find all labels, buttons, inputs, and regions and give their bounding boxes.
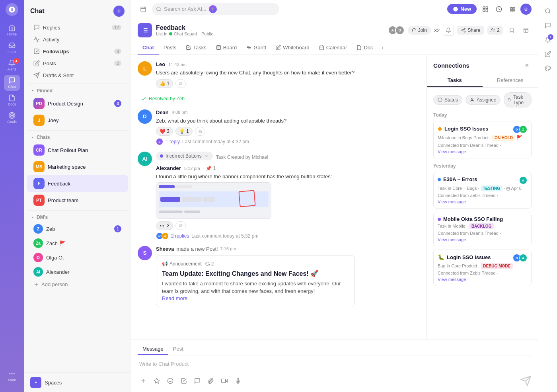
video-tool[interactable] [219,375,230,386]
viewers-button[interactable]: 2 [487,26,503,35]
checkmark-tool[interactable] [178,375,189,386]
sidebar-item-notifications[interactable]: Alerts [4,57,20,73]
reaction-bulb[interactable]: 💡 1 [175,127,193,136]
emoji-tool[interactable] [165,375,176,386]
view-message-1[interactable]: View message [438,149,466,154]
sidebar-item-home[interactable]: Home [4,22,20,38]
connections-close-button[interactable]: ✕ [522,60,532,70]
filter-assignee[interactable]: Assignee [465,95,501,105]
view-message-4[interactable]: View message [438,277,466,282]
send-button[interactable] [520,375,532,386]
leo-avatar: L [138,61,152,76]
input-tab-message[interactable]: Message [138,343,168,355]
chat-subtitle: List in Chat Squad · Public [156,31,384,36]
conn-tab-tasks[interactable]: Tasks [427,74,483,87]
pinned-section-header[interactable]: Pinned [24,86,131,95]
dm-item-alexander[interactable]: Al Alexander [27,265,128,279]
sidebar-item-drafts[interactable]: Drafts & Sent [27,69,128,81]
sidebar-item-chat[interactable]: Chat [4,75,20,91]
grid-button[interactable] [480,4,491,15]
message-text-input[interactable]: Write to Chat Product [138,359,532,373]
svg-point-58 [471,98,473,100]
dm-item-olga[interactable]: O Olga O. [27,250,128,265]
join-button[interactable]: Join [408,26,431,35]
olga-avatar: O [33,253,43,262]
add-reaction-dean[interactable]: ☺ [195,127,205,136]
chat-area: Feedback List in Chat Squad · Public A B [131,18,538,392]
notification-bell[interactable] [443,25,454,36]
dm-item-zach[interactable]: Za Zach 🚩 [27,236,128,250]
filter-tasktype[interactable]: Task Type [504,92,532,107]
add-reaction-alexander[interactable]: ☺ [175,221,186,230]
chat-item-marketing[interactable]: MS Marketing space [27,158,128,175]
view-message-2[interactable]: View message [438,199,466,204]
sidebar-item-activity[interactable]: Activity [27,33,128,45]
search-bar[interactable]: Search or Ask AI... ✦ [152,3,279,15]
mic-tool[interactable] [232,375,243,386]
filter-status[interactable]: Status [433,95,462,105]
dm-item-zeb[interactable]: Z Zeb 1 [27,222,128,236]
right-edit-button[interactable] [541,48,554,60]
input-tab-post[interactable]: Post [168,343,188,355]
right-notifications-button[interactable]: 2 [541,33,554,46]
spaces-button[interactable]: Spaces [24,372,131,392]
alexander-replies[interactable]: D Z 2 replies Last comment today at 5:32… [156,232,420,240]
alexander-message-header: Alexander 5:12 pm · 📌 1 [156,165,420,171]
tab-posts[interactable]: Posts [159,41,181,55]
add-tab-button[interactable]: + [378,42,388,54]
tab-chat[interactable]: Chat [138,41,159,55]
tab-tasks[interactable]: Tasks [181,41,211,55]
view-message-3[interactable]: View message [438,237,466,242]
add-person-button[interactable]: Add person [27,279,128,290]
feedback-avatar: F [33,178,45,189]
apps-button[interactable] [507,4,518,15]
pinned-item-joey[interactable]: J Joey [27,112,128,129]
dms-section-header[interactable]: DM's [24,212,131,222]
reaction-thumbsup[interactable]: 👍 1 [156,79,173,88]
product-design-avatar: PD [33,98,45,109]
sparkle-tool[interactable] [151,375,162,386]
pinned-item-product-design[interactable]: PD Product Design 3 [27,95,128,112]
task-pill[interactable]: Incorrect Buttons [156,152,213,160]
chat-item-product-team[interactable]: PT Product team [27,192,128,209]
sidebar-item-goals[interactable]: Goals [4,110,20,126]
sidebar-item-posts[interactable]: Posts 2 [27,57,128,69]
sidebar-item-replies[interactable]: Replies 12 [27,21,128,33]
attach-tool[interactable] [205,375,216,386]
tab-doc[interactable]: Doc [352,41,378,55]
right-chat-button[interactable] [541,19,554,32]
clock-button[interactable] [493,4,504,15]
dean-replies[interactable]: Z 1 reply Last comment today at 4:32 pm [156,138,420,145]
sidebar-item-inbox[interactable]: Inbox [4,40,20,56]
calendar-button[interactable] [138,4,149,15]
format-tool[interactable] [192,375,203,386]
app-logo[interactable] [6,3,18,16]
share-button[interactable]: Share [457,26,484,35]
tab-whiteboard[interactable]: Whiteboard [271,41,314,55]
plus-tool[interactable] [138,375,149,386]
sheeva-message-body: Sheeva made a new Post! 7:16 pm 📢 Announ… [156,246,420,307]
user-avatar[interactable]: U [520,4,532,15]
tab-board[interactable]: Board [211,41,242,55]
bookmark-icon[interactable] [506,25,517,36]
right-search-button[interactable] [541,5,554,18]
sidebar-item-more[interactable]: More [4,368,20,384]
conn-tab-references[interactable]: References [483,74,538,87]
reaction-eyes[interactable]: 👀 2 [156,221,173,230]
add-chat-button[interactable]: + [113,6,125,17]
new-button[interactable]: New [447,4,477,14]
right-palette-button[interactable] [541,62,554,75]
add-reaction-button[interactable]: ☺ [175,79,186,88]
chat-item-rollout[interactable]: CR Chat Rollout Plan [27,142,128,158]
svg-point-40 [464,31,465,32]
reaction-heart[interactable]: ❤️ 3 [156,127,173,136]
read-more-link[interactable]: Read more [162,295,349,301]
chats-section-header[interactable]: Chats [24,132,131,142]
sidebar-item-docs[interactable]: Docs [4,92,20,108]
chat-item-feedback[interactable]: F Feedback [27,175,128,192]
tab-calendar[interactable]: Calendar [314,41,352,55]
layout-icon[interactable] [520,25,532,36]
sidebar-item-followups[interactable]: FollowUps 8 [27,45,128,57]
tab-gantt[interactable]: Gantt [241,41,271,55]
ai-button[interactable]: ✦ [209,5,217,13]
